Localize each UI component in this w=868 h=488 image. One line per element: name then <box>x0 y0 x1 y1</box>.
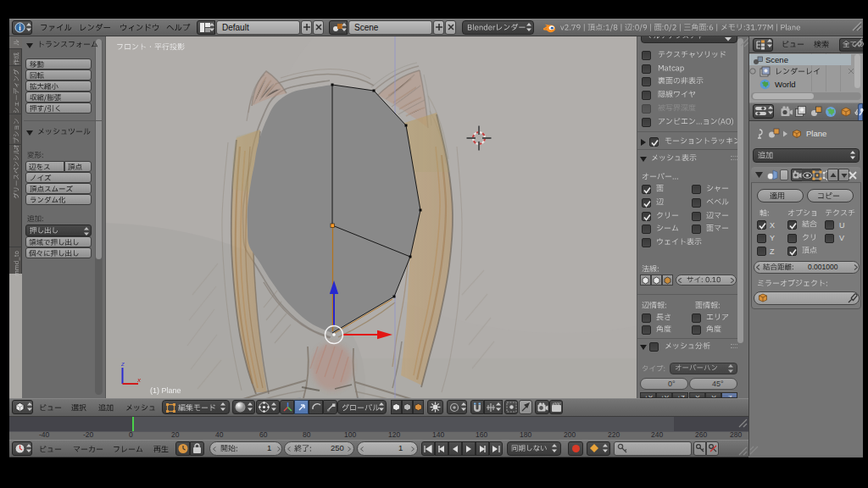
svg-text:i: i <box>19 24 20 32</box>
